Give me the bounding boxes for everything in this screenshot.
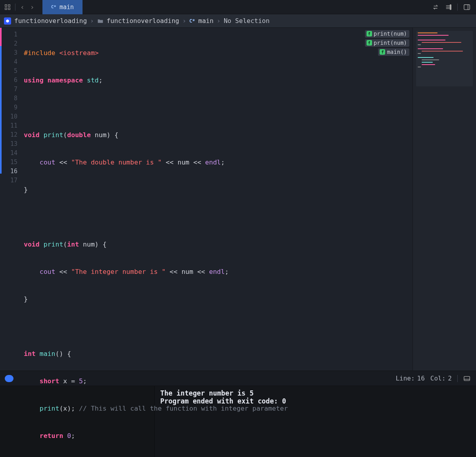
chevron-right-icon: › (217, 17, 221, 25)
separator (457, 375, 458, 382)
jump-item[interactable]: f print(num) (365, 39, 409, 47)
grid-icon[interactable] (4, 4, 11, 11)
line-number: 12 (0, 130, 21, 140)
svg-rect-0 (5, 4, 7, 6)
line-number: 6 (0, 76, 21, 85)
jump-item[interactable]: f print(num) (365, 30, 409, 38)
line-number: 17 (0, 176, 21, 185)
toolbar: ‹ › C* main (0, 0, 476, 14)
line-number: 14 (0, 149, 21, 158)
svg-rect-1 (8, 4, 10, 6)
tab-lang-badge: C* (51, 4, 56, 10)
line-number: 16 (0, 167, 21, 176)
jump-item-label: print(num) (374, 31, 407, 37)
tab-title: main (60, 4, 74, 11)
console-toggle-icon[interactable] (463, 375, 470, 382)
line-number: 1 (0, 30, 21, 39)
line-number: 7 (0, 85, 21, 94)
crumb-selection[interactable]: No Selection (224, 17, 270, 25)
line-number: 11 (0, 121, 21, 130)
line-gutter: 1 2 3 4 5 6 7 8 9 10 11 12 13 14 15 16 1… (0, 28, 21, 371)
svg-rect-5 (464, 4, 470, 10)
crumb-group[interactable]: functionoverloading (107, 17, 179, 25)
jump-item-label: main() (387, 49, 407, 55)
line-number: 10 (0, 112, 21, 121)
project-icon (4, 17, 11, 25)
line-number: 15 (0, 158, 21, 167)
svg-rect-4 (450, 4, 451, 10)
line-number: 3 (0, 48, 21, 57)
code-editor[interactable]: #include <iostream> using namespace std;… (21, 28, 413, 371)
line-number: 13 (0, 140, 21, 149)
svg-rect-7 (464, 376, 470, 381)
crumb-project[interactable]: functionoverloading (14, 17, 87, 25)
jump-item-label: print(num) (374, 40, 407, 46)
crumb-file[interactable]: main (198, 17, 214, 25)
line-number: 5 (0, 67, 21, 76)
adjust-icon[interactable] (445, 4, 452, 11)
status-col-label: Col: (430, 375, 446, 382)
back-button[interactable]: ‹ (19, 3, 25, 11)
breadcrumb: functionoverloading › functionoverloadin… (0, 14, 476, 28)
forward-button[interactable]: › (29, 3, 35, 11)
function-badge-icon: f (367, 31, 372, 36)
change-strip (0, 28, 2, 371)
svg-rect-3 (8, 8, 10, 10)
panel-toggle-icon[interactable] (463, 4, 470, 11)
file-lang-badge: C* (189, 18, 195, 24)
line-number: 8 (0, 94, 21, 103)
folder-icon (97, 18, 104, 24)
separator (457, 4, 458, 11)
function-badge-icon: f (367, 40, 372, 46)
minimap-viewport (416, 31, 473, 86)
jump-item[interactable]: f main() (378, 48, 409, 56)
status-col-value: 2 (448, 375, 452, 382)
symbol-jumpbar: f print(num) f print(num) f main() (365, 28, 413, 56)
line-number: 4 (0, 57, 21, 67)
status-line-value: 16 (417, 375, 425, 382)
line-number: 2 (0, 39, 21, 48)
main-area: 1 2 3 4 5 6 7 8 9 10 11 12 13 14 15 16 1… (0, 28, 476, 371)
chevron-right-icon: › (90, 17, 94, 25)
minimap[interactable] (413, 28, 476, 371)
editor-pane: 1 2 3 4 5 6 7 8 9 10 11 12 13 14 15 16 1… (0, 28, 413, 371)
debug-indicator-icon[interactable] (5, 375, 13, 382)
line-number: 9 (0, 103, 21, 112)
chevron-right-icon: › (182, 17, 186, 25)
separator (15, 4, 15, 11)
svg-rect-2 (5, 8, 7, 10)
swap-icon[interactable] (432, 4, 439, 11)
function-badge-icon: f (380, 49, 385, 55)
editor-tab[interactable]: C* main (42, 0, 83, 14)
